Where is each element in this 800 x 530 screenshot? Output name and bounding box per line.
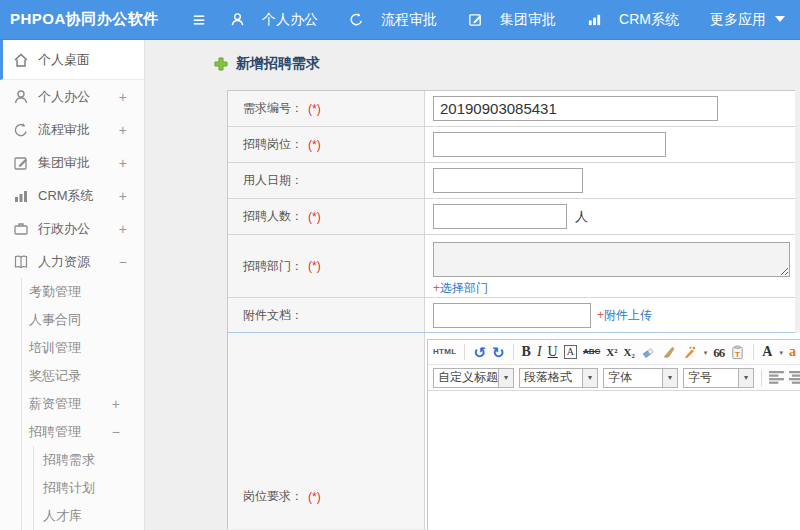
toolbar-separator: [761, 370, 762, 386]
caret-down-icon: ▾: [662, 369, 677, 387]
html-source-button[interactable]: HTML: [433, 348, 456, 356]
sidebar-item-group-approval[interactable]: 集团审批 +: [0, 146, 144, 179]
page-title-text: 新增招聘需求: [236, 55, 320, 73]
bold-button[interactable]: B: [522, 345, 531, 359]
caret-down-icon[interactable]: ▾: [704, 349, 708, 356]
sidebar-item-label: CRM系统: [38, 187, 94, 205]
expand-icon[interactable]: +: [119, 221, 127, 237]
sidebar-item-recruit-plan[interactable]: 招聘计划: [34, 474, 144, 502]
blockquote-button[interactable]: 66: [713, 346, 724, 359]
sidebar-item-label: 人事合同: [29, 311, 81, 329]
headcount-input[interactable]: [433, 204, 567, 229]
sidebar-item-recruit-demand[interactable]: 招聘需求: [34, 446, 144, 474]
sidebar-item-rewards[interactable]: 奖惩记录: [22, 362, 144, 390]
sidebar-item-crm-system[interactable]: CRM系统 +: [0, 179, 144, 212]
collapse-icon[interactable]: −: [112, 424, 120, 440]
plus-icon: +: [433, 281, 440, 295]
sidebar-item-label: 培训管理: [29, 339, 81, 357]
top-nav: 个人办公 流程审批 集团审批 CRM系统 更多应用: [230, 11, 800, 29]
attachment-input[interactable]: [433, 303, 591, 328]
more-apps-dropdown[interactable]: [775, 16, 800, 23]
topnav-personal-office[interactable]: 个人办公: [230, 11, 318, 29]
hamburger-menu-icon[interactable]: ≡: [181, 9, 216, 30]
toolbar-separator: [753, 344, 754, 360]
expand-icon[interactable]: +: [119, 89, 127, 105]
caret-down-icon: ▾: [738, 369, 753, 387]
edit-icon: [13, 155, 29, 171]
highlight-pen-icon[interactable]: [683, 345, 697, 359]
toolbar-separator: [464, 344, 465, 360]
topnav-label: 流程审批: [381, 11, 437, 29]
font-border-button[interactable]: A: [564, 345, 577, 359]
sidebar-item-label: 行政办公: [38, 220, 90, 238]
background-color-button[interactable]: a: [789, 345, 796, 359]
plus-icon: +: [597, 308, 604, 322]
eraser-icon[interactable]: [641, 345, 656, 359]
top-bar: PHPOA协同办公软件 ≡ 个人办公 流程审批 集团审批 CRM系统: [0, 0, 800, 40]
hire-date-input[interactable]: [433, 168, 583, 193]
font-family-select[interactable]: 字体 ▾: [603, 368, 678, 388]
caret-down-icon: ▾: [498, 369, 513, 387]
sidebar-item-salary[interactable]: 薪资管理 +: [22, 390, 144, 418]
demand-no-input[interactable]: [433, 96, 718, 121]
expand-icon[interactable]: +: [119, 188, 127, 204]
sidebar: 个人桌面 个人办公 + 流程审批 + 集团审批 + CRM系统 + 行政办公 +: [0, 40, 145, 530]
heading-select[interactable]: 自定义标题 ▾: [433, 368, 514, 388]
topnav-label: 个人办公: [262, 11, 318, 29]
paragraph-format-select[interactable]: 段落格式 ▾: [519, 368, 598, 388]
form-row-requirements: 岗位要求： (*) HTML ↺ ↻ B I U A: [227, 332, 607, 529]
format-brush-icon[interactable]: [662, 345, 677, 359]
form-row-hire-date: 用人日期：: [227, 163, 795, 199]
strikethrough-button[interactable]: ABC: [583, 348, 600, 356]
sidebar-item-talent-pool[interactable]: 人才库: [34, 502, 144, 530]
upload-attachment-link[interactable]: +附件上传: [597, 307, 652, 324]
font-size-select[interactable]: 字号 ▾: [683, 368, 754, 388]
subscript-button[interactable]: X₂: [624, 347, 635, 358]
underline-button[interactable]: U: [548, 345, 558, 359]
sidebar-item-process-approval[interactable]: 流程审批 +: [0, 113, 144, 146]
form-row-department: 招聘部门： (*) +选择部门: [227, 235, 795, 298]
position-input[interactable]: [433, 132, 666, 157]
sidebar-item-training[interactable]: 培训管理: [22, 334, 144, 362]
recruit-demand-form: 需求编号： (*) 招聘岗位： (*) 用人日期：: [227, 90, 795, 529]
redo-icon[interactable]: ↻: [492, 345, 505, 360]
topnav-more-apps[interactable]: 更多应用: [710, 11, 766, 29]
required-mark: (*): [308, 210, 321, 224]
form-row-position: 招聘岗位： (*): [227, 127, 795, 163]
topnav-group-approval[interactable]: 集团审批: [468, 11, 556, 29]
form-row-attachment: 附件文档： +附件上传: [227, 298, 795, 333]
sidebar-item-human-resources[interactable]: 人力资源 −: [0, 245, 144, 278]
sidebar-item-personal-office[interactable]: 个人办公 +: [0, 80, 144, 113]
collapse-icon[interactable]: −: [119, 254, 127, 270]
expand-icon[interactable]: +: [119, 155, 127, 171]
briefcase-icon: [13, 221, 29, 237]
align-left-icon[interactable]: [769, 371, 784, 384]
expand-icon[interactable]: +: [119, 122, 127, 138]
superscript-button[interactable]: X²: [606, 347, 617, 358]
paste-clipboard-icon[interactable]: T: [730, 345, 745, 360]
editor-body[interactable]: [428, 391, 800, 530]
sidebar-item-label: 考勤管理: [29, 283, 81, 301]
sidebar-item-admin-office[interactable]: 行政办公 +: [0, 212, 144, 245]
font-color-button[interactable]: A: [762, 345, 772, 359]
undo-icon[interactable]: ↺: [473, 345, 486, 360]
sidebar-item-attendance[interactable]: 考勤管理: [22, 278, 144, 306]
book-icon: [13, 254, 29, 270]
italic-button[interactable]: I: [537, 345, 542, 359]
expand-icon[interactable]: +: [112, 396, 120, 412]
topnav-label: 集团审批: [500, 11, 556, 29]
select-department-link[interactable]: +选择部门: [433, 280, 488, 297]
align-center-icon[interactable]: [789, 371, 800, 384]
topnav-process-approval[interactable]: 流程审批: [349, 11, 437, 29]
required-mark: (*): [308, 102, 321, 116]
topnav-crm-system[interactable]: CRM系统: [587, 11, 679, 29]
sidebar-item-hr-contract[interactable]: 人事合同: [22, 306, 144, 334]
form-row-headcount: 招聘人数： (*) 人: [227, 199, 795, 235]
caret-down-icon[interactable]: ▾: [779, 349, 783, 356]
sidebar-item-recruit-mgmt[interactable]: 招聘管理 −: [22, 418, 144, 446]
sidebar-item-personal-desktop[interactable]: 个人桌面: [0, 40, 144, 80]
caret-down-icon: [775, 16, 791, 23]
sidebar-item-label: 招聘计划: [43, 479, 95, 497]
app-title: PHPOA协同办公软件: [10, 10, 181, 29]
department-textarea[interactable]: [433, 242, 790, 277]
